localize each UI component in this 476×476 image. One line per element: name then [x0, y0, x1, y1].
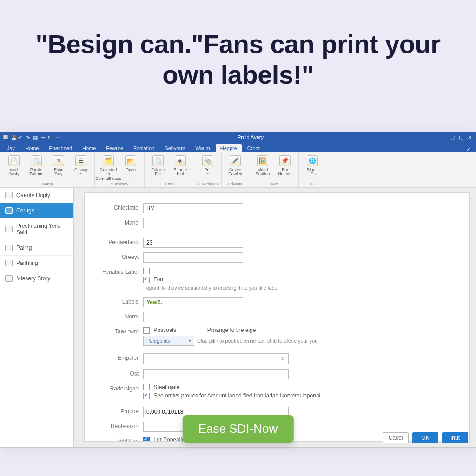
sidebar-item[interactable]: Paling: [0, 240, 73, 256]
window-controls: – ▢ ▢ ✕: [441, 134, 476, 140]
text-icon[interactable]: I: [48, 135, 53, 139]
checkbox-radesign-1-label: Steatlujale: [153, 384, 179, 390]
restore-button[interactable]: ▢: [450, 134, 456, 140]
redo-icon[interactable]: ↷: [26, 135, 30, 139]
ribbon-tabs: JayHomeEnechnerlHomeFewureFoniationSebyr…: [0, 142, 476, 152]
checkbox-taes[interactable]: [143, 327, 150, 334]
label-taes: Taes twm: [100, 327, 139, 335]
ribbon-button[interactable]: 🖊️CavéeCowley: [225, 154, 246, 177]
sidebar-item[interactable]: Prectinaning Yers Said: [0, 218, 73, 240]
taes-helper: Clup pilin to pootred lenlie tam chib to…: [197, 338, 317, 344]
ribbon-tab-heppre[interactable]: Heppre: [216, 144, 242, 152]
sidebar-item-label: Coruge: [16, 207, 34, 214]
ribbon-button[interactable]: ☰Coving~: [70, 154, 92, 177]
sidebar-item-icon: [5, 245, 13, 251]
sidebar-item-label: Qaerity Huply: [16, 192, 50, 198]
ok-button[interactable]: OK: [412, 432, 438, 443]
label-norm: Norm: [100, 312, 139, 320]
sidebar-item-label: Paling: [16, 245, 32, 251]
ribbon-tab-cront[interactable]: Cront: [243, 144, 264, 152]
more-icon[interactable]: ⋯: [55, 135, 60, 139]
ribbon-button-icon: ☰: [75, 155, 86, 166]
inut-button[interactable]: Inut: [442, 432, 468, 443]
input-norm[interactable]: [143, 312, 243, 322]
checkbox-fenatics-1[interactable]: [143, 268, 150, 274]
ribbon-button-icon: 📂: [125, 155, 136, 166]
label-chieclatte: Chieclatte: [100, 203, 139, 211]
ribbon-button-sublabel: Cowley: [228, 172, 242, 176]
ribbon-button[interactable]: 🌐StuartLF s: [302, 154, 323, 177]
ribbon-group: 🖼️MdndPrintlen📌ErvHurtnerHeot: [249, 152, 299, 187]
ribbon-group-label: Ents: [147, 181, 191, 186]
sidebar-item[interactable]: Qaerity Huply: [0, 188, 73, 203]
ribbon-tab-waum[interactable]: Waum: [191, 144, 214, 152]
checkbox-fenatics-2[interactable]: [143, 277, 150, 283]
label-labels: Labels: [100, 297, 139, 305]
checkbox-radesign-1[interactable]: [143, 384, 150, 390]
maximize-button[interactable]: ▢: [458, 134, 464, 140]
ribbon-button[interactable]: ◈EnnoreHjol: [170, 154, 191, 177]
label-fenatics: Fenatics Label: [100, 267, 139, 275]
dialog-footer: Cacel OK Inut: [383, 432, 468, 443]
taes-combo[interactable]: Palegainto ▾: [143, 336, 194, 346]
sidebar-item[interactable]: Panhling: [0, 256, 73, 271]
input-ost[interactable]: [143, 369, 289, 379]
ribbon-button-sublabel: ~: [79, 172, 82, 176]
ribbon-button-sublabel: Hjol: [177, 172, 184, 176]
input-mane[interactable]: [143, 218, 243, 228]
sidebar: Qaerity HuplyCorugePrectinaning Yers Sai…: [0, 188, 74, 447]
ribbon-tab-enechnerl[interactable]: Enechnerl: [44, 144, 77, 152]
ribbon-button-sublabel: Printlen: [256, 172, 270, 176]
ribbon-group-label: A. Mclerwis: [197, 181, 218, 186]
table-icon[interactable]: ▦: [33, 135, 38, 139]
ribbon-button[interactable]: ✎EaticTary: [48, 154, 69, 177]
save-icon[interactable]: 💾: [11, 135, 15, 139]
checkbox-radesign-2[interactable]: [143, 393, 150, 399]
ribbon-tab-home[interactable]: Home: [78, 144, 100, 152]
cancel-button[interactable]: Cacel: [383, 432, 409, 443]
sidebar-item[interactable]: Coruge: [0, 203, 73, 218]
ribbon-tab-home[interactable]: Home: [20, 144, 43, 152]
close-button[interactable]: ✕: [466, 134, 473, 140]
ribbon-group-label: Home: [3, 181, 92, 186]
input-chieclatte[interactable]: [143, 203, 243, 213]
ribbon-button[interactable]: 📄wortJuisty: [3, 154, 25, 177]
ribbon-button[interactable]: 📎Pnll~: [197, 154, 218, 177]
input-percaering[interactable]: [143, 238, 243, 248]
label-publ: Publ Pos: [100, 436, 139, 442]
ribbon-expand-icon[interactable]: ⤢: [466, 146, 476, 152]
taes-combo-value: Palegainto: [146, 338, 171, 344]
sidebar-item-icon: [5, 226, 13, 232]
doc-icon[interactable]: ▭: [40, 135, 45, 139]
label-reofession: Reofession: [100, 422, 139, 430]
ribbon-button-icon: ◈: [175, 155, 186, 166]
ribbon-button-sublabel: Tary: [54, 172, 62, 176]
ribbon-tab-foniation[interactable]: Foniation: [129, 144, 159, 152]
chevron-right-icon: >: [281, 356, 284, 362]
cta-pill[interactable]: Ease SDI-Now: [183, 415, 294, 443]
ribbon-button-sublabel: Fur: [155, 172, 161, 176]
ribbon-button[interactable]: 📂Open: [120, 154, 141, 181]
ribbon-group: 🗒️FoldiveFur◈EnnoreHjolEnts: [145, 152, 194, 187]
input-labels[interactable]: [143, 297, 243, 307]
ribbon-button-sublabel: LF s: [308, 172, 317, 176]
undo-icon[interactable]: ↶: [18, 135, 23, 139]
ribbon-button-label: Coursted th: [98, 168, 119, 177]
ribbon-tab-jay[interactable]: Jay: [2, 144, 20, 152]
ribbon-button[interactable]: 🖼️MdndPrintlen: [252, 154, 273, 177]
ribbon-button-sublabel: Saltons: [29, 172, 43, 176]
sidebar-item[interactable]: Miesery Story: [0, 271, 73, 286]
empaler-combo[interactable]: >: [143, 353, 289, 364]
checkbox-publ-label: Lor Popealie: [153, 436, 185, 442]
label-percaering: Percaerlang: [100, 238, 139, 245]
ribbon-button[interactable]: 🗂️Coursted thComraltheses: [98, 154, 119, 181]
ribbon-tab-sebyram[interactable]: Sebyram: [160, 144, 190, 152]
checkbox-publ[interactable]: [143, 437, 150, 442]
sidebar-item-label: Panhling: [16, 260, 38, 266]
ribbon-button[interactable]: 🗒️FoldiveFur: [147, 154, 169, 177]
ribbon-button[interactable]: 🗒️PuroteSaltons: [26, 154, 47, 177]
input-oreeyt[interactable]: [143, 252, 243, 263]
ribbon-button[interactable]: 📌ErvHurtner: [274, 154, 296, 177]
minimize-button[interactable]: –: [441, 134, 448, 140]
ribbon-tab-fewure[interactable]: Fewure: [101, 144, 128, 152]
